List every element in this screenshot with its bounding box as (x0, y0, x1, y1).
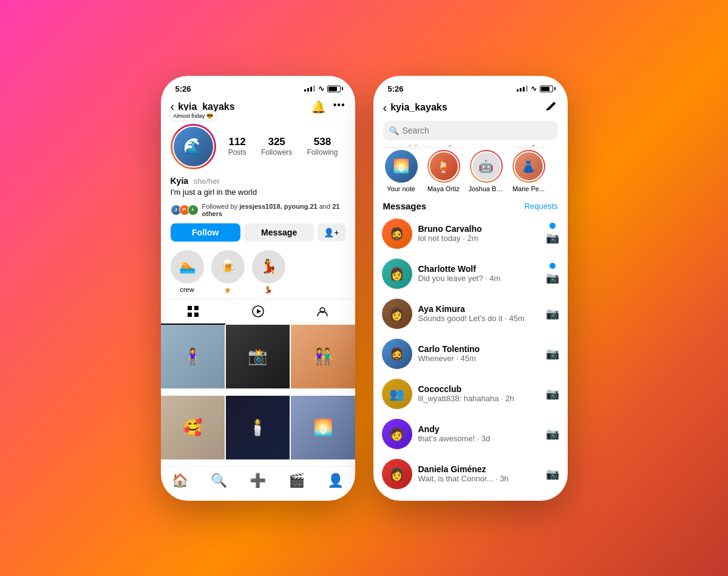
profile-info: Kyia she/her I'm just a girl in the worl… (161, 174, 355, 200)
msg-content-carlo: Carlo Tolentino Whenever · 45m (418, 344, 540, 363)
status-icons-2: ∿ (517, 84, 553, 93)
avatar-container: Almost friday 😎 🌊 (171, 124, 216, 169)
edit-icon[interactable] (545, 100, 558, 116)
story-joshua[interactable]: 🤖 Joshua Barba (468, 150, 505, 192)
tab-grid[interactable] (161, 299, 226, 325)
story-note-marie: Who is go... (512, 145, 545, 148)
message-daniela[interactable]: 👩 Daniela Giménez Wait, is that Connor..… (373, 454, 568, 494)
message-andy[interactable]: 🧑 Andy that's awesome! · 3d 📷 (373, 414, 568, 454)
phone-profile: 5:26 ∿ ‹ kyia_kayaks 🔔 (161, 76, 355, 501)
status-time-2: 5:26 (388, 84, 404, 93)
photo-grid: 🧍‍♀️ 📸 👫 🥰 🕯️ 🌅 (161, 325, 355, 466)
camera-icon-aya[interactable]: 📷 (546, 307, 559, 320)
msg-avatar-cococclub: 👥 (382, 379, 412, 409)
tabs-bar (161, 299, 355, 325)
search-input[interactable] (383, 121, 558, 140)
story-avatar-wrapper-joshua: 🤖 (470, 150, 503, 183)
tab-tagged[interactable] (290, 299, 355, 325)
nav-profile[interactable]: 👤 (327, 473, 344, 489)
msg-content-cococclub: Cococclub lil_wyatt838: hahahaha · 2h (418, 384, 540, 403)
nav-create[interactable]: ➕ (250, 473, 266, 489)
grid-photo-3[interactable]: 👫 (291, 325, 355, 388)
svg-rect-0 (188, 306, 192, 310)
camera-icon-carlo[interactable]: 📷 (546, 347, 559, 361)
action-buttons: Follow Message 👤+ (161, 220, 355, 245)
bell-icon[interactable]: 🔔 (311, 100, 326, 114)
camera-icon-daniela[interactable]: 📷 (546, 467, 559, 481)
highlight-label-3: 💃 (264, 286, 273, 294)
grid-photo-2[interactable]: 📸 (226, 325, 290, 388)
msg-name-bruno: Bruno Carvalho (418, 224, 540, 234)
following-stat[interactable]: 538 Following (307, 136, 338, 157)
msg-avatar-bruno: 🧔 (382, 219, 412, 249)
posts-label: Posts (228, 148, 247, 157)
msg-right-aya: 📷 (546, 307, 559, 320)
following-label: Following (307, 148, 338, 157)
msg-preview-carlo: Whenever · 45m (418, 354, 540, 363)
svg-rect-1 (194, 306, 199, 310)
battery-icon-2 (540, 86, 553, 92)
highlight-crew[interactable]: 🏊 crew (171, 250, 204, 294)
nav-search[interactable]: 🔍 (211, 473, 227, 489)
phone-messages: 5:26 ∿ ‹ kyia_kayaks (373, 76, 568, 501)
highlights: 🏊 crew 🍺 🍺 💃 💃 (161, 245, 355, 299)
message-aya[interactable]: 👩 Aya Kimura Sounds good! Let's do it · … (373, 294, 568, 334)
unread-dot-charlotte (549, 263, 556, 269)
messages-back-button[interactable]: ‹ (383, 101, 387, 115)
story-avatar-note: 🌅 (385, 150, 418, 183)
story-name-marie: Marie Pe... (512, 185, 545, 192)
nav-reels[interactable]: 🎬 (288, 473, 305, 489)
grid-photo-5[interactable]: 🕯️ (226, 396, 290, 459)
nav-home[interactable]: 🏠 (172, 473, 188, 489)
highlight-circle-crew: 🏊 (171, 250, 204, 283)
msg-name-carlo: Carlo Tolentino (418, 344, 540, 354)
camera-icon-cococclub[interactable]: 📷 (546, 387, 559, 401)
avatar-ring[interactable]: 🌊 (171, 124, 216, 169)
message-button[interactable]: Message (244, 223, 314, 242)
profile-pronouns: she/her (194, 177, 220, 186)
msg-right-bruno: 📷 (546, 223, 559, 245)
msg-name-daniela: Daniela Giménez (418, 464, 540, 474)
msg-right-cococclub: 📷 (546, 387, 559, 401)
message-charlotte[interactable]: 👩 Charlotte Wolf Did you leave yet? · 4m… (373, 254, 568, 294)
grid-photo-1[interactable]: 🧍‍♀️ (161, 325, 225, 388)
posts-count: 112 (228, 136, 247, 148)
unread-dot-bruno (549, 223, 556, 229)
followers-stat[interactable]: 325 Followers (261, 136, 292, 157)
message-list: 🧔 Bruno Carvalho lol not today · 2m 📷 👩 … (373, 214, 568, 501)
signal-icon (304, 86, 315, 92)
follow-button[interactable]: Follow (171, 223, 240, 242)
story-marie[interactable]: Who is go... 👗 Marie Pe... (511, 150, 547, 192)
message-cococclub[interactable]: 👥 Cococclub lil_wyatt838: hahahaha · 2h … (373, 374, 568, 414)
camera-icon-andy[interactable]: 📷 (546, 427, 559, 441)
requests-link[interactable]: Requests (525, 202, 558, 211)
tab-reels[interactable] (225, 299, 290, 325)
followers-count: 325 (261, 136, 292, 148)
msg-avatar-carlo: 🧔 (382, 339, 412, 369)
msg-right-carlo: 📷 (546, 347, 559, 361)
story-maya[interactable]: Is this thing on? 🍹 Maya Ortiz (426, 150, 462, 192)
story-name-maya: Maya Ortiz (427, 185, 460, 192)
highlight-3[interactable]: 💃 💃 (252, 250, 285, 294)
highlight-2[interactable]: 🍺 🍺 (211, 250, 245, 294)
highlight-label-crew: crew (180, 286, 194, 293)
posts-stat[interactable]: 112 Posts (228, 136, 247, 157)
camera-icon-bruno[interactable]: 📷 (546, 231, 559, 245)
highlight-label-2: 🍺 (223, 286, 232, 294)
message-bruno[interactable]: 🧔 Bruno Carvalho lol not today · 2m 📷 (373, 214, 568, 254)
messages-username: kyia_kayaks (390, 102, 447, 113)
message-carlo[interactable]: 🧔 Carlo Tolentino Whenever · 45m 📷 (373, 334, 568, 374)
grid-photo-4[interactable]: 🥰 (161, 396, 225, 459)
messages-header-left: ‹ kyia_kayaks (383, 101, 447, 115)
grid-photo-6[interactable]: 🌅 (291, 396, 355, 459)
wifi-icon-2: ∿ (531, 84, 537, 93)
signal-icon-2 (517, 86, 528, 92)
wifi-icon: ∿ (318, 84, 324, 93)
msg-name-cococclub: Cococclub (418, 384, 540, 394)
more-options-icon[interactable]: ••• (333, 100, 345, 114)
story-your-note[interactable]: Almost friday 😎 🌅 Your note (383, 150, 420, 192)
add-friend-button[interactable]: 👤+ (318, 223, 345, 242)
camera-icon-charlotte[interactable]: 📷 (546, 271, 559, 285)
profile-stats: Almost friday 😎 🌊 112 Posts 325 Follower… (161, 119, 355, 174)
followed-by: J P + Followed by jessjess1018, pyoung.2… (161, 200, 355, 220)
